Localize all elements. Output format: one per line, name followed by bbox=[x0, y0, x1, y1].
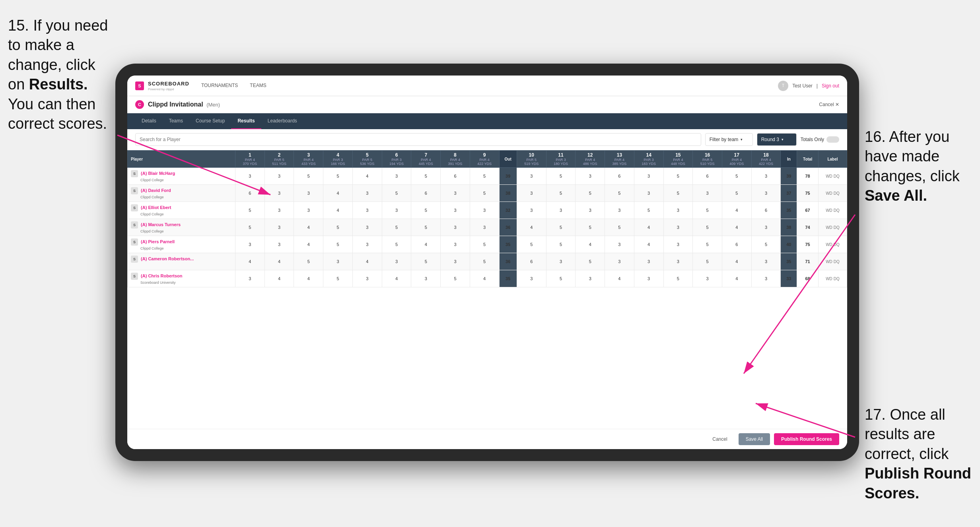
hole-14-score[interactable]: 3 bbox=[634, 168, 663, 185]
hole-12-score[interactable]: 5 bbox=[576, 219, 605, 236]
hole-16-score[interactable]: 3 bbox=[693, 270, 722, 287]
nav-tournaments[interactable]: TOURNAMENTS bbox=[201, 76, 238, 95]
save-all-button[interactable]: Save All bbox=[739, 433, 770, 445]
hole-13-score[interactable]: 5 bbox=[605, 185, 634, 202]
wd-label[interactable]: WD bbox=[826, 242, 832, 247]
hole-11-score[interactable]: 5 bbox=[546, 270, 576, 287]
hole-6-score[interactable]: 4 bbox=[382, 270, 411, 287]
wd-label[interactable]: WD bbox=[826, 208, 832, 213]
hole-18-score[interactable]: 3 bbox=[751, 253, 781, 270]
hole-12-score[interactable]: 3 bbox=[576, 168, 605, 185]
hole-14-score[interactable]: 4 bbox=[634, 236, 663, 253]
hole-5-score[interactable]: 3 bbox=[352, 219, 382, 236]
subnav-teams[interactable]: Teams bbox=[163, 113, 189, 129]
hole-15-score[interactable]: 5 bbox=[663, 185, 693, 202]
hole-16-score[interactable]: 5 bbox=[693, 202, 722, 219]
hole-10-score[interactable]: 5 bbox=[517, 236, 546, 253]
subnav-details[interactable]: Details bbox=[135, 113, 163, 129]
hole-6-score[interactable]: 3 bbox=[382, 202, 411, 219]
dq-label[interactable]: DQ bbox=[834, 191, 840, 196]
hole-15-score[interactable]: 3 bbox=[663, 236, 693, 253]
hole-8-score[interactable]: 3 bbox=[441, 185, 470, 202]
hole-9-score[interactable]: 5 bbox=[470, 168, 499, 185]
hole-13-score[interactable]: 4 bbox=[605, 270, 634, 287]
hole-6-score[interactable]: 5 bbox=[382, 236, 411, 253]
filter-team-dropdown[interactable]: Filter by team ▾ bbox=[705, 133, 753, 146]
hole-9-score[interactable]: 5 bbox=[470, 253, 499, 270]
subnav-results[interactable]: Results bbox=[231, 113, 261, 129]
hole-15-score[interactable]: 5 bbox=[663, 270, 693, 287]
hole-5-score[interactable]: 3 bbox=[352, 185, 382, 202]
hole-10-score[interactable]: 4 bbox=[517, 219, 546, 236]
hole-13-score[interactable]: 3 bbox=[605, 253, 634, 270]
hole-1-score[interactable]: 3 bbox=[235, 270, 265, 287]
cancel-button[interactable]: Cancel bbox=[705, 433, 734, 445]
search-input[interactable] bbox=[135, 133, 701, 146]
hole-9-score[interactable]: 5 bbox=[470, 185, 499, 202]
hole-3-score[interactable]: 3 bbox=[294, 185, 323, 202]
hole-2-score[interactable]: 3 bbox=[264, 185, 294, 202]
hole-2-score[interactable]: 3 bbox=[264, 202, 294, 219]
hole-14-score[interactable]: 3 bbox=[634, 270, 663, 287]
hole-18-score[interactable]: 3 bbox=[751, 219, 781, 236]
hole-15-score[interactable]: 3 bbox=[663, 202, 693, 219]
hole-12-score[interactable]: 4 bbox=[576, 236, 605, 253]
hole-6-score[interactable]: 3 bbox=[382, 253, 411, 270]
hole-18-score[interactable]: 3 bbox=[751, 270, 781, 287]
hole-7-score[interactable]: 5 bbox=[411, 219, 441, 236]
subnav-course-setup[interactable]: Course Setup bbox=[189, 113, 231, 129]
hole-11-score[interactable]: 5 bbox=[546, 236, 576, 253]
toggle-switch[interactable] bbox=[826, 136, 839, 143]
hole-4-score[interactable]: 3 bbox=[323, 253, 353, 270]
hole-11-score[interactable]: 5 bbox=[546, 219, 576, 236]
publish-round-scores-button[interactable]: Publish Round Scores bbox=[774, 433, 839, 445]
hole-4-score[interactable]: 4 bbox=[323, 202, 353, 219]
hole-12-score[interactable]: 5 bbox=[576, 185, 605, 202]
dq-label[interactable]: DQ bbox=[834, 242, 840, 247]
hole-16-score[interactable]: 6 bbox=[693, 168, 722, 185]
hole-15-score[interactable]: 3 bbox=[663, 253, 693, 270]
wd-label[interactable]: WD bbox=[826, 191, 832, 196]
hole-4-score[interactable]: 5 bbox=[323, 236, 353, 253]
hole-1-score[interactable]: 5 bbox=[235, 202, 265, 219]
wd-label[interactable]: WD bbox=[826, 277, 832, 281]
hole-17-score[interactable]: 4 bbox=[722, 219, 751, 236]
hole-10-score[interactable]: 3 bbox=[517, 202, 546, 219]
hole-3-score[interactable]: 4 bbox=[294, 236, 323, 253]
hole-14-score[interactable]: 3 bbox=[634, 185, 663, 202]
hole-2-score[interactable]: 3 bbox=[264, 168, 294, 185]
hole-9-score[interactable]: 4 bbox=[470, 270, 499, 287]
hole-13-score[interactable]: 6 bbox=[605, 168, 634, 185]
hole-18-score[interactable]: 3 bbox=[751, 185, 781, 202]
hole-5-score[interactable]: 4 bbox=[352, 168, 382, 185]
hole-10-score[interactable]: 3 bbox=[517, 168, 546, 185]
hole-12-score[interactable]: 5 bbox=[576, 253, 605, 270]
hole-18-score[interactable]: 6 bbox=[751, 202, 781, 219]
hole-1-score[interactable]: 5 bbox=[235, 219, 265, 236]
hole-3-score[interactable]: 5 bbox=[294, 253, 323, 270]
hole-8-score[interactable]: 6 bbox=[441, 168, 470, 185]
hole-14-score[interactable]: 4 bbox=[634, 219, 663, 236]
hole-18-score[interactable]: 3 bbox=[751, 168, 781, 185]
hole-11-score[interactable]: 5 bbox=[546, 185, 576, 202]
hole-2-score[interactable]: 3 bbox=[264, 236, 294, 253]
hole-9-score[interactable]: 5 bbox=[470, 236, 499, 253]
hole-9-score[interactable]: 3 bbox=[470, 219, 499, 236]
hole-4-score[interactable]: 5 bbox=[323, 168, 353, 185]
hole-14-score[interactable]: 5 bbox=[634, 202, 663, 219]
hole-12-score[interactable]: 3 bbox=[576, 202, 605, 219]
wd-label[interactable]: WD bbox=[826, 260, 832, 264]
subnav-leaderboards[interactable]: Leaderboards bbox=[261, 113, 303, 129]
hole-7-score[interactable]: 4 bbox=[411, 236, 441, 253]
hole-7-score[interactable]: 6 bbox=[411, 185, 441, 202]
hole-8-score[interactable]: 3 bbox=[441, 236, 470, 253]
hole-3-score[interactable]: 4 bbox=[294, 270, 323, 287]
hole-12-score[interactable]: 3 bbox=[576, 270, 605, 287]
wd-label[interactable]: WD bbox=[826, 174, 832, 178]
hole-8-score[interactable]: 3 bbox=[441, 202, 470, 219]
hole-7-score[interactable]: 5 bbox=[411, 253, 441, 270]
hole-1-score[interactable]: 4 bbox=[235, 253, 265, 270]
totals-only-toggle[interactable]: Totals Only bbox=[801, 136, 839, 143]
hole-5-score[interactable]: 3 bbox=[352, 236, 382, 253]
hole-2-score[interactable]: 4 bbox=[264, 253, 294, 270]
